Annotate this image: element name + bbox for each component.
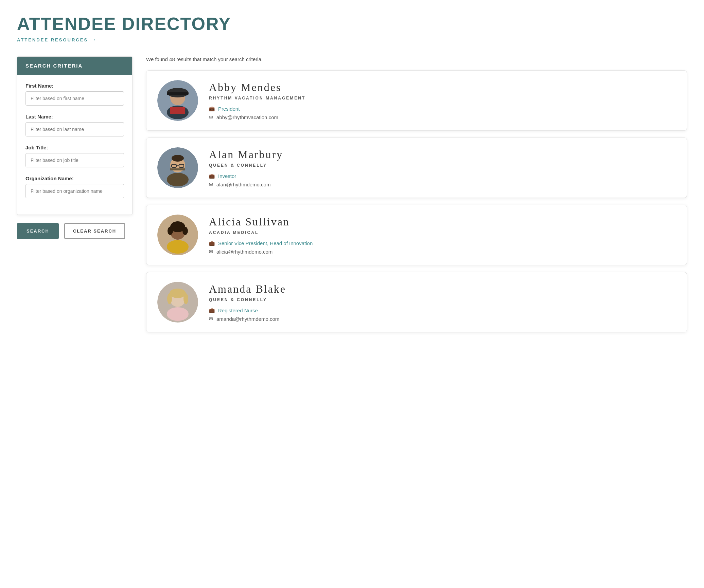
email-text: alan@rhythmdemo.com xyxy=(216,182,270,187)
attendee-org: QUEEN & CONNELLY xyxy=(209,163,676,168)
org-name-group: Organization Name: xyxy=(25,176,124,198)
svg-rect-5 xyxy=(170,107,185,114)
attendee-info: Amanda Blake QUEEN & CONNELLY 💼 Register… xyxy=(209,283,676,322)
attendee-org: QUEEN & CONNELLY xyxy=(209,297,676,302)
button-row: SEARCH CLEAR SEARCH xyxy=(17,223,133,239)
attendee-details: 💼 Senior Vice President, Head of Innovat… xyxy=(209,240,676,255)
svg-point-18 xyxy=(168,227,173,235)
attendee-card[interactable]: Abby Mendes RHYTHM VACATION MANAGEMENT 💼… xyxy=(146,70,687,131)
first-name-group: First Name: xyxy=(25,83,124,106)
attendee-list: Abby Mendes RHYTHM VACATION MANAGEMENT 💼… xyxy=(146,70,687,332)
email-row: ✉ abby@rhythmvacation.com xyxy=(209,114,676,120)
job-title-text: Registered Nurse xyxy=(218,308,258,313)
search-button[interactable]: SEARCH xyxy=(17,223,59,239)
job-title-label: Job Title: xyxy=(25,145,124,150)
svg-point-23 xyxy=(170,289,186,298)
job-title-row: 💼 Registered Nurse xyxy=(209,308,676,313)
svg-point-19 xyxy=(182,227,188,235)
sidebar: SEARCH CRITERIA First Name: Last Name: J… xyxy=(17,56,133,239)
job-title-text: Senior Vice President, Head of Innovatio… xyxy=(218,240,313,246)
clear-search-button[interactable]: CLEAR SEARCH xyxy=(64,223,125,239)
avatar xyxy=(157,282,198,323)
email-row: ✉ alan@rhythmdemo.com xyxy=(209,182,676,187)
last-name-group: Last Name: xyxy=(25,114,124,136)
results-summary: We found 48 results that match your sear… xyxy=(146,56,687,62)
briefcase-icon: 💼 xyxy=(209,308,215,313)
first-name-input[interactable] xyxy=(25,91,124,106)
breadcrumb-arrow: → xyxy=(91,37,97,43)
svg-point-7 xyxy=(167,173,189,186)
email-icon: ✉ xyxy=(209,114,213,120)
attendee-details: 💼 Investor ✉ alan@rhythmdemo.com xyxy=(209,173,676,187)
email-text: amanda@rhythmdemo.com xyxy=(216,316,279,322)
email-icon: ✉ xyxy=(209,249,213,254)
job-title-row: 💼 Senior Vice President, Head of Innovat… xyxy=(209,240,676,246)
attendee-info: Alan Marbury QUEEN & CONNELLY 💼 Investor… xyxy=(209,148,676,187)
main-content: We found 48 results that match your sear… xyxy=(146,56,687,339)
attendee-card[interactable]: Alan Marbury QUEEN & CONNELLY 💼 Investor… xyxy=(146,137,687,198)
svg-point-21 xyxy=(167,307,189,321)
email-text: abby@rhythmvacation.com xyxy=(216,114,278,120)
avatar xyxy=(157,80,198,121)
job-title-row: 💼 President xyxy=(209,106,676,112)
briefcase-icon: 💼 xyxy=(209,106,215,111)
svg-point-24 xyxy=(167,293,172,304)
briefcase-icon: 💼 xyxy=(209,173,215,179)
first-name-label: First Name: xyxy=(25,83,124,89)
attendee-org: ACADIA MEDICAL xyxy=(209,230,676,235)
attendee-name: Abby Mendes xyxy=(209,81,676,94)
attendee-info: Alicia Sullivan ACADIA MEDICAL 💼 Senior … xyxy=(209,216,676,255)
job-title-row: 💼 Investor xyxy=(209,173,676,179)
email-icon: ✉ xyxy=(209,316,213,321)
search-criteria-box: SEARCH CRITERIA First Name: Last Name: J… xyxy=(17,56,133,215)
last-name-input[interactable] xyxy=(25,122,124,136)
org-name-label: Organization Name: xyxy=(25,176,124,181)
main-layout: SEARCH CRITERIA First Name: Last Name: J… xyxy=(17,56,687,339)
svg-rect-10 xyxy=(170,168,185,170)
email-row: ✉ amanda@rhythmdemo.com xyxy=(209,316,676,322)
svg-point-9 xyxy=(172,155,184,162)
email-row: ✉ alicia@rhythmdemo.com xyxy=(209,249,676,255)
org-name-input[interactable] xyxy=(25,184,124,198)
avatar xyxy=(157,147,198,188)
attendee-info: Abby Mendes RHYTHM VACATION MANAGEMENT 💼… xyxy=(209,81,676,120)
page-title: ATTENDEE DIRECTORY xyxy=(17,14,687,34)
svg-point-15 xyxy=(167,240,189,254)
attendee-card[interactable]: Alicia Sullivan ACADIA MEDICAL 💼 Senior … xyxy=(146,205,687,265)
svg-rect-4 xyxy=(167,92,189,95)
email-text: alicia@rhythmdemo.com xyxy=(216,249,272,255)
last-name-label: Last Name: xyxy=(25,114,124,120)
svg-point-25 xyxy=(183,293,188,304)
avatar xyxy=(157,215,198,255)
job-title-input[interactable] xyxy=(25,153,124,167)
attendee-name: Alan Marbury xyxy=(209,148,676,161)
job-title-text: President xyxy=(218,106,240,112)
breadcrumb-text: ATTENDEE RESOURCES xyxy=(17,37,88,42)
attendee-name: Amanda Blake xyxy=(209,283,676,295)
attendee-name: Alicia Sullivan xyxy=(209,216,676,228)
attendee-org: RHYTHM VACATION MANAGEMENT xyxy=(209,96,676,100)
job-title-text: Investor xyxy=(218,173,236,179)
attendee-card[interactable]: Amanda Blake QUEEN & CONNELLY 💼 Register… xyxy=(146,272,687,332)
search-criteria-body: First Name: Last Name: Job Title: Organi… xyxy=(17,75,132,215)
attendee-details: 💼 President ✉ abby@rhythmvacation.com xyxy=(209,106,676,120)
email-icon: ✉ xyxy=(209,182,213,187)
attendee-details: 💼 Registered Nurse ✉ amanda@rhythmdemo.c… xyxy=(209,308,676,322)
search-criteria-header: SEARCH CRITERIA xyxy=(17,57,132,75)
job-title-group: Job Title: xyxy=(25,145,124,167)
briefcase-icon: 💼 xyxy=(209,240,215,246)
breadcrumb[interactable]: ATTENDEE RESOURCES → xyxy=(17,37,687,43)
